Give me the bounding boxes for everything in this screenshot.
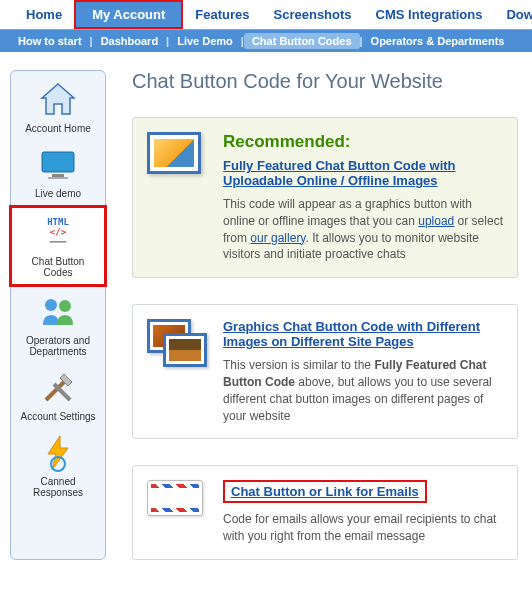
- subnav-operators-departments[interactable]: Operators & Departments: [363, 35, 513, 47]
- svg-rect-1: [42, 152, 74, 172]
- nav-downloads-cut[interactable]: Dow: [494, 1, 532, 28]
- sidebar-item-live-demo[interactable]: Live demo: [11, 140, 105, 205]
- svg-marker-0: [42, 84, 74, 114]
- home-icon: [37, 81, 79, 119]
- sub-nav: How to start | Dashboard | Live Demo | C…: [0, 30, 532, 52]
- envelope-icon: [147, 480, 209, 545]
- recommended-label: Recommended:: [223, 132, 503, 152]
- page-title: Chat Button Code for Your Website: [132, 70, 518, 93]
- tools-icon: [37, 369, 79, 407]
- sidebar-item-label: Chat Button Codes: [32, 256, 85, 278]
- svg-rect-3: [48, 177, 68, 179]
- lightning-icon: [37, 434, 79, 472]
- nav-cms-integrations[interactable]: CMS Integrations: [364, 1, 495, 28]
- link-graphics-different-pages[interactable]: Graphics Chat Button Code with Different…: [223, 319, 480, 349]
- picture-frame-icon: [147, 132, 209, 263]
- html-code-icon: HTML </> ━━━: [37, 214, 79, 252]
- users-icon: [37, 293, 79, 331]
- sidebar-item-operators-departments[interactable]: Operators and Departments: [11, 287, 105, 363]
- nav-features[interactable]: Features: [183, 1, 261, 28]
- card-desc: Code for emails allows your email recipi…: [223, 511, 503, 545]
- link-upload[interactable]: upload: [418, 214, 454, 228]
- link-chat-button-emails[interactable]: Chat Button or Link for Emails: [231, 484, 419, 499]
- svg-point-4: [45, 299, 57, 311]
- subnav-dashboard[interactable]: Dashboard: [93, 35, 166, 47]
- link-our-gallery[interactable]: our gallery: [250, 231, 305, 245]
- card-desc: This code will appear as a graphics butt…: [223, 196, 503, 263]
- sidebar-item-account-home[interactable]: Account Home: [11, 75, 105, 140]
- svg-rect-2: [52, 174, 64, 177]
- sidebar: Account Home Live demo HTML </> ━━━ Chat…: [10, 70, 106, 560]
- picture-frames-icon: [147, 319, 209, 424]
- svg-line-6: [46, 380, 66, 400]
- subnav-how-to-start[interactable]: How to start: [10, 35, 90, 47]
- nav-my-account[interactable]: My Account: [74, 0, 183, 29]
- nav-screenshots[interactable]: Screenshots: [262, 1, 364, 28]
- card-desc: This version is similar to the Fully Fea…: [223, 357, 503, 424]
- monitor-icon: [37, 146, 79, 184]
- card-recommended: Recommended: Fully Featured Chat Button …: [132, 117, 518, 278]
- nav-home[interactable]: Home: [14, 1, 74, 28]
- sidebar-item-account-settings[interactable]: Account Settings: [11, 363, 105, 428]
- subnav-live-demo[interactable]: Live Demo: [169, 35, 241, 47]
- sidebar-item-label: Live demo: [35, 188, 81, 199]
- sidebar-item-canned-responses[interactable]: Canned Responses: [11, 428, 105, 504]
- top-nav: Home My Account Features Screenshots CMS…: [0, 0, 532, 30]
- card-graphics-pages: Graphics Chat Button Code with Different…: [132, 304, 518, 439]
- main-content: Chat Button Code for Your Website Recomm…: [106, 70, 532, 560]
- sidebar-item-label: Account Settings: [20, 411, 95, 422]
- sidebar-item-label: Canned Responses: [33, 476, 83, 498]
- sidebar-item-label: Operators and Departments: [26, 335, 90, 357]
- sidebar-item-label: Account Home: [25, 123, 91, 134]
- subnav-chat-button-codes[interactable]: Chat Button Codes: [244, 33, 360, 49]
- sidebar-item-chat-button-codes[interactable]: HTML </> ━━━ Chat Button Codes: [9, 205, 107, 287]
- svg-point-5: [59, 300, 71, 312]
- link-fully-featured-code[interactable]: Fully Featured Chat Button Code with Upl…: [223, 158, 456, 188]
- card-emails: Chat Button or Link for Emails Code for …: [132, 465, 518, 560]
